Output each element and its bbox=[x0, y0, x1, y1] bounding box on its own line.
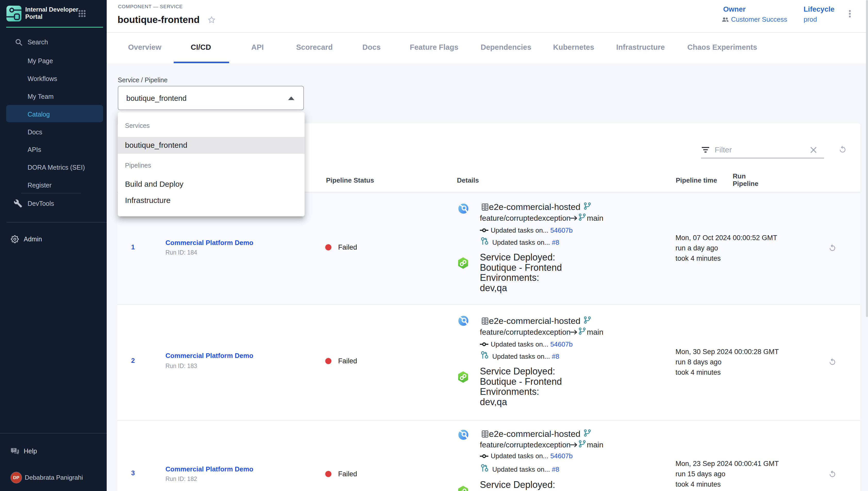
svg-text:?: ? bbox=[13, 448, 15, 452]
